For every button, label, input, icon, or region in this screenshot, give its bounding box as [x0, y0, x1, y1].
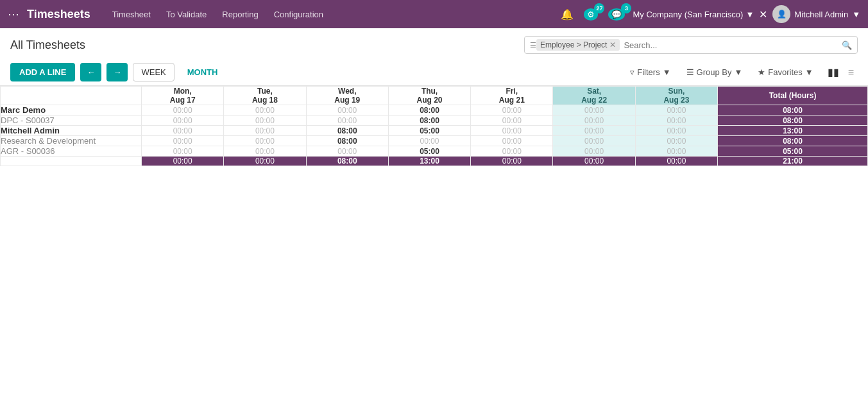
total-time-cell: 00:00 — [142, 157, 224, 166]
time-cell[interactable]: 00:00 — [224, 115, 306, 126]
search-icon[interactable]: 🔍 — [842, 40, 852, 50]
time-cell[interactable]: 00:00 — [224, 126, 306, 136]
time-cell[interactable]: 00:00 — [553, 115, 635, 126]
star-icon: ★ — [758, 67, 765, 77]
search-tag-employee-project: Employee > Project ✕ — [536, 39, 620, 51]
time-cell[interactable]: 00:00 — [142, 146, 224, 157]
search-tag-remove[interactable]: ✕ — [609, 40, 616, 49]
time-cell[interactable]: 00:00 — [553, 146, 635, 157]
col-header-Aug20: Thu,Aug 20 — [388, 87, 470, 105]
add-line-button[interactable]: ADD A LINE — [10, 63, 75, 81]
timesheet-table: Mon,Aug 17Tue,Aug 18Wed,Aug 19Thu,Aug 20… — [0, 86, 868, 166]
time-cell[interactable]: 00:00 — [224, 146, 306, 157]
search-input[interactable] — [624, 40, 839, 50]
next-button[interactable]: → — [106, 63, 128, 81]
search-bar: ☰ Employee > Project ✕ 🔍 — [524, 36, 858, 54]
apps-icon[interactable]: ⋯ — [8, 7, 19, 21]
activity-badge: 27 — [594, 3, 604, 13]
close-icon[interactable]: ✕ — [759, 8, 767, 21]
user-menu[interactable]: 👤 Mitchell Admin ▼ — [772, 5, 860, 23]
company-selector[interactable]: My Company (San Francisco) ▼ — [633, 10, 754, 19]
time-cell[interactable]: 05:00 — [388, 146, 470, 157]
nav-configuration[interactable]: Configuration — [268, 6, 330, 23]
project-name-cell: AGR - S00036 — [1, 146, 142, 157]
employee-name-cell: Mitchell Admin — [1, 126, 142, 136]
total-time-cell: 00:00 — [553, 157, 635, 166]
group-by-chevron-icon: ▼ — [734, 67, 742, 77]
time-cell[interactable]: 00:00 — [224, 136, 306, 146]
total-time-cell: 00:00 — [471, 157, 553, 166]
filters-button[interactable]: ▿ Filters ▼ — [625, 64, 676, 81]
favorites-button[interactable]: ★ Favorites ▼ — [753, 64, 818, 81]
total-time-cell: 00:00 — [224, 157, 306, 166]
activity-icon[interactable]: ⚙ 27 — [581, 6, 600, 22]
group-icon: ☰ — [530, 41, 536, 49]
time-cell[interactable]: 00:00 — [553, 105, 635, 115]
row-total-cell: 08:00 — [718, 136, 868, 146]
col-header-Aug21: Fri,Aug 21 — [471, 87, 553, 105]
nav-timesheet[interactable]: Timesheet — [106, 6, 157, 23]
grand-total-cell: 21:00 — [718, 157, 868, 166]
page-title: All Timesheets — [10, 38, 85, 52]
topnav: ⋯ Timesheets Timesheet To Validate Repor… — [0, 0, 868, 28]
subheader: All Timesheets ☰ Employee > Project ✕ 🔍 — [0, 28, 868, 59]
table-row: AGR - S0003600:0000:0000:0005:0000:0000:… — [1, 146, 868, 157]
month-button[interactable]: MONTH — [180, 64, 226, 81]
time-cell[interactable]: 00:00 — [635, 105, 717, 115]
bell-icon[interactable]: 🔔 — [558, 6, 576, 23]
time-cell[interactable]: 00:00 — [471, 136, 553, 146]
company-name: My Company (San Francisco) — [633, 10, 743, 19]
group-by-button[interactable]: ☰ Group By ▼ — [681, 64, 748, 81]
user-chevron-icon: ▼ — [852, 10, 860, 19]
time-cell[interactable]: 00:00 — [142, 105, 224, 115]
time-cell[interactable]: 00:00 — [635, 146, 717, 157]
toolbar: ADD A LINE ← → WEEK MONTH ▿ Filters ▼ ☰ … — [0, 59, 868, 86]
kanban-view-button[interactable]: ▮▮ — [824, 64, 843, 81]
time-cell[interactable]: 00:00 — [553, 136, 635, 146]
time-cell[interactable]: 00:00 — [471, 105, 553, 115]
time-cell[interactable]: 00:00 — [224, 105, 306, 115]
total-time-cell: 00:00 — [635, 157, 717, 166]
time-cell[interactable]: 08:00 — [306, 136, 388, 146]
total-col-header: Total (Hours) — [718, 87, 868, 105]
prev-button[interactable]: ← — [80, 63, 101, 81]
time-cell[interactable]: 00:00 — [306, 105, 388, 115]
nav-reporting[interactable]: Reporting — [216, 6, 264, 23]
project-name-cell: DPC - S00037 — [1, 115, 142, 126]
table-row: Marc Demo00:0000:0000:0008:0000:0000:000… — [1, 105, 868, 115]
time-cell[interactable]: 00:00 — [471, 146, 553, 157]
time-cell[interactable]: 00:00 — [471, 115, 553, 126]
time-cell[interactable]: 08:00 — [388, 105, 470, 115]
time-cell[interactable]: 00:00 — [635, 115, 717, 126]
time-cell[interactable]: 00:00 — [388, 136, 470, 146]
nav-to-validate[interactable]: To Validate — [160, 6, 213, 23]
favorites-chevron-icon: ▼ — [805, 67, 813, 77]
nav-menu: Timesheet To Validate Reporting Configur… — [106, 6, 559, 23]
time-cell[interactable]: 05:00 — [388, 126, 470, 136]
time-cell[interactable]: 00:00 — [553, 126, 635, 136]
time-cell[interactable]: 08:00 — [388, 115, 470, 126]
company-chevron-icon: ▼ — [745, 10, 754, 19]
time-cell[interactable]: 08:00 — [306, 126, 388, 136]
time-cell[interactable]: 00:00 — [142, 115, 224, 126]
filter-icon: ▿ — [630, 67, 634, 77]
time-cell[interactable]: 00:00 — [306, 115, 388, 126]
favorites-label: Favorites — [768, 67, 802, 77]
time-cell[interactable]: 00:00 — [142, 126, 224, 136]
user-name: Mitchell Admin — [794, 10, 848, 19]
time-cell[interactable]: 00:00 — [471, 126, 553, 136]
col-header-Aug23: Sun,Aug 23 — [635, 87, 717, 105]
total-time-cell: 08:00 — [306, 157, 388, 166]
week-button[interactable]: WEEK — [133, 63, 174, 81]
group-by-icon: ☰ — [686, 67, 694, 77]
chat-icon[interactable]: 💬 3 — [606, 6, 627, 22]
time-cell[interactable]: 00:00 — [635, 126, 717, 136]
list-view-button[interactable]: ≡ — [844, 64, 858, 81]
timesheet-grid: Mon,Aug 17Tue,Aug 18Wed,Aug 19Thu,Aug 20… — [0, 86, 868, 166]
time-cell[interactable]: 00:00 — [635, 136, 717, 146]
group-by-label: Group By — [697, 67, 732, 77]
row-total-cell: 08:00 — [718, 115, 868, 126]
time-cell[interactable]: 00:00 — [142, 136, 224, 146]
search-tag-label: Employee > Project — [540, 40, 607, 49]
time-cell[interactable]: 00:00 — [306, 146, 388, 157]
